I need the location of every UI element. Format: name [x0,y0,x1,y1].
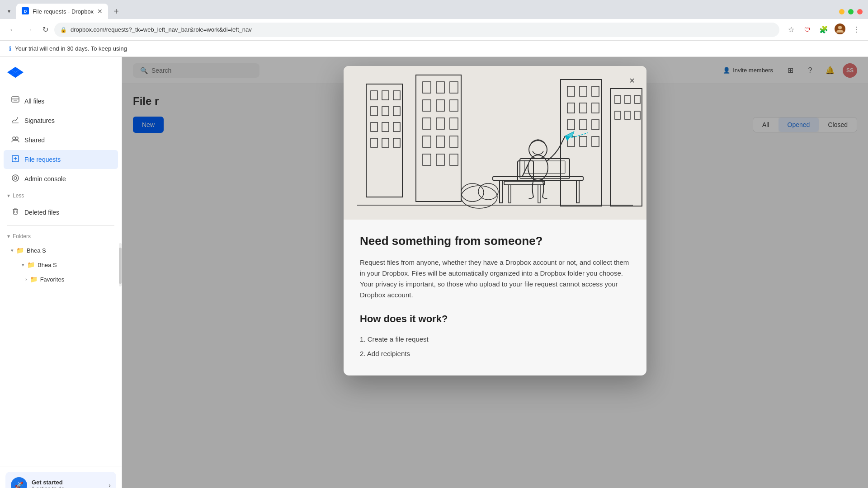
folder-sub-label: Bhea S [38,262,57,268]
svg-point-8 [15,137,18,140]
sidebar-item-label-deleted: Deleted files [24,209,59,216]
shield-icon: 🛡 [804,26,811,33]
three-dots-icon: ⋮ [853,25,860,34]
star-icon: ☆ [788,25,794,34]
folder-tree: ▾ 📁 Bhea S ▾ 📁 Bhea S › 📁 Fa [4,243,122,286]
svg-rect-4 [12,97,19,102]
tab-switcher-button[interactable]: ▾ [4,6,14,17]
extensions-button[interactable]: 🧩 [817,23,830,36]
sidebar-item-deleted-files[interactable]: Deleted files [4,203,118,222]
sidebar-item-label-shared: Shared [24,136,45,144]
modal-section-title: How does it work? [360,313,630,325]
sidebar-item-label-signatures: Signatures [24,117,55,124]
folder-icon: 📁 [16,247,24,254]
sidebar-item-label-admin-console: Admin console [24,175,66,183]
folder-label: Bhea S [27,247,46,254]
sidebar-divider [7,225,114,226]
shared-icon [11,135,20,145]
sidebar-bottom: 🚀 Get started 1 action to do › [0,466,122,488]
folder-item-bhea-s-sub[interactable]: ▾ 📁 Bhea S [14,258,122,272]
get-started-chevron-icon: › [108,482,111,488]
forward-button: → [22,23,36,37]
sidebar-item-all-files[interactable]: All files [4,92,118,111]
sidebar-item-shared[interactable]: Shared [4,131,118,150]
sidebar-item-signatures[interactable]: Signatures [4,111,118,130]
folder-expand-icon: ▾ [11,248,14,253]
signatures-icon [11,116,20,126]
svg-point-10 [12,175,19,181]
folder-item-bhea-s-root[interactable]: ▾ 📁 Bhea S [4,243,122,258]
close-window-button[interactable] [857,9,863,14]
minimize-button[interactable] [839,9,844,14]
svg-point-7 [13,137,15,140]
modal-illustration: × [344,66,646,220]
sidebar-item-label-all-files: All files [24,98,44,105]
maximize-button[interactable] [848,9,854,14]
address-text: dropbox.com/requests?_tk=web_left_nav_ba… [71,26,774,33]
trial-banner: ℹ Your trial will end in 30 days. To kee… [0,41,868,57]
tab-favicon: D [22,7,29,16]
trial-banner-text: Your trial will end in 30 days. To keep … [15,45,127,52]
sidebar-header [0,57,122,88]
modal-description: Request files from anyone, whether they … [360,257,630,300]
collapse-section[interactable]: ▾ Less [0,189,122,202]
svg-point-11 [14,177,17,179]
get-started-button[interactable]: 🚀 Get started 1 action to do › [5,472,116,488]
reload-button[interactable]: ↻ [38,23,52,37]
new-tab-button[interactable]: + [110,5,123,18]
svg-text:D: D [24,9,27,14]
get-started-subtitle: 1 action to do [32,486,104,488]
folder-sub-expand-icon: ▾ [22,262,24,268]
back-button[interactable]: ← [5,23,20,37]
collapse-icon: ▾ [7,192,10,199]
modal-illustration-svg [344,66,646,220]
forward-icon: → [25,26,33,34]
reload-icon: ↻ [42,25,48,34]
get-started-title: Get started [32,479,104,486]
get-started-icon: 🚀 [11,477,27,488]
scrollbar-track[interactable] [119,243,122,286]
admin-console-icon [11,174,20,184]
scrollbar-thumb[interactable] [119,248,122,284]
modal-overlay[interactable]: × [122,57,868,488]
close-icon: × [629,75,635,86]
modal-step-1: 1. Create a file request [360,332,630,347]
modal-title: Need something from someone? [360,234,630,248]
modal-body: Need something from someone? Request fil… [344,220,646,375]
menu-button[interactable]: ⋮ [850,23,863,36]
get-started-text: Get started 1 action to do [32,479,104,488]
svg-rect-12 [14,209,17,214]
back-icon: ← [9,26,16,34]
sidebar-item-label-file-requests: File requests [24,156,61,163]
svg-point-3 [838,26,842,29]
profile-icon [835,23,845,36]
file-requests-icon [11,155,20,164]
info-icon: ℹ [9,45,11,52]
address-bar[interactable]: 🔒 dropbox.com/requests?_tk=web_left_nav_… [54,23,779,37]
dropbox-logo[interactable] [7,64,24,80]
folder-favorites-icon: 📁 [30,276,38,283]
sidebar-item-file-requests[interactable]: File requests [4,150,118,169]
folder-sub-icon: 📁 [27,261,35,268]
folders-chevron-icon: ▾ [7,233,10,239]
collapse-label: Less [13,192,24,199]
modal-close-button[interactable]: × [625,73,639,88]
close-tab-icon[interactable]: ✕ [97,8,103,15]
puzzle-icon: 🧩 [819,25,828,34]
sidebar-item-admin-console[interactable]: Admin console [4,169,118,188]
profile-button[interactable] [834,23,846,36]
all-files-icon [11,96,20,106]
sidebar: All files Signatures Shared File request… [0,57,122,488]
modal-steps: 1. Create a file request 2. Add recipien… [360,332,630,361]
sidebar-nav: All files Signatures Shared File request… [0,88,122,466]
deleted-files-icon [11,207,20,217]
folder-item-favorites[interactable]: › 📁 Favorites [18,272,122,286]
main-content: 🔍 👤 Invite members ⊞ ? 🔔 SS [122,57,868,488]
svg-rect-14 [14,208,16,209]
active-tab[interactable]: D File requests - Dropbox ✕ [16,4,108,19]
bookmark-button[interactable]: ☆ [785,23,797,36]
folder-favorites-expand-icon: › [25,277,27,282]
adblock-button[interactable]: 🛡 [801,23,814,36]
info-modal: × [344,66,646,375]
folders-section[interactable]: ▾ Folders [0,230,122,243]
